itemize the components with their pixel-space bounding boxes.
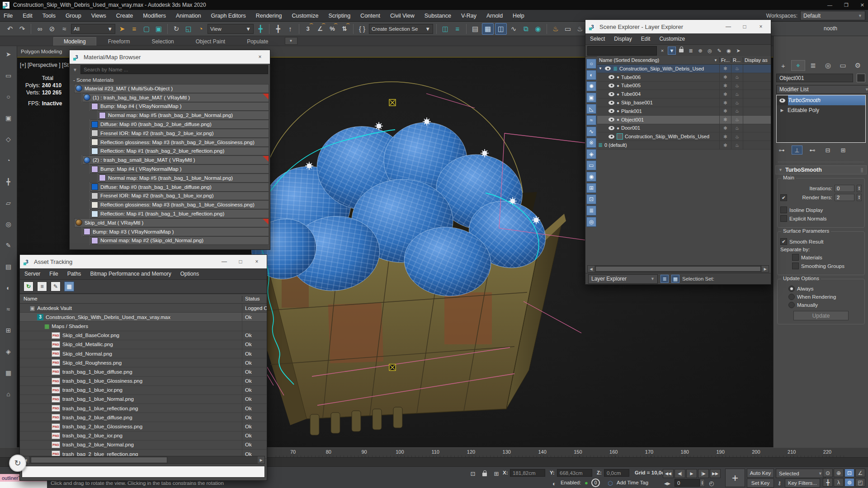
filter-lights-icon[interactable]: ✺ (586, 81, 596, 91)
visibility-eye-icon[interactable] (609, 109, 614, 113)
asset-tracking-title-bar[interactable]: 3 Asset Tracking — □ × (20, 255, 267, 268)
select-and-manipulate-icon[interactable]: ◔ (195, 23, 206, 34)
expand-icon[interactable]: ▶ (777, 108, 788, 113)
y-coordinate-field[interactable]: 668,43cm (557, 469, 592, 477)
rollout-header[interactable]: ▼ TurboSmooth ⣿ (775, 165, 867, 174)
freeze-toggle-icon[interactable]: ✻ (719, 124, 731, 132)
material-row[interactable]: Reflection glossiness: Map #3 (trash_bag… (71, 200, 270, 209)
arc-tool-icon[interactable]: ◔ (3, 155, 14, 166)
select-arrow-icon[interactable]: ➤ (3, 49, 14, 60)
asset-menu-paths[interactable]: Paths (67, 271, 81, 277)
modifier-list-dropdown[interactable]: Modifier List▼ (776, 85, 868, 94)
render-setup-icon[interactable]: ♨ (550, 23, 561, 34)
ribbon-tab-object-paint[interactable]: Object Paint (186, 38, 235, 46)
selection-lock-icon[interactable] (480, 470, 489, 479)
current-frame-field[interactable]: 0 (675, 479, 700, 487)
x-coordinate-field[interactable]: 181,82cm (510, 469, 545, 477)
key-mode-toggle-icon[interactable]: ◀▶ (663, 479, 672, 488)
display-as-column-header[interactable]: Display as (743, 57, 771, 63)
named-selection-sets-dropdown[interactable]: Create Selection Se▼ (369, 24, 433, 34)
visibility-eye-icon[interactable] (609, 117, 614, 122)
render-toggle-icon[interactable]: ♨ (731, 73, 743, 81)
material-search-input[interactable] (80, 65, 268, 74)
menu-graph-editors[interactable]: Graph Editors (211, 13, 246, 19)
asset-row[interactable]: PNGtrash_bag_1_blue_diffuse.pngOk (20, 367, 267, 376)
menu-help[interactable]: Help (513, 13, 524, 19)
pick-object-icon[interactable]: ➤ (734, 47, 742, 55)
render-toggle-icon[interactable]: ♨ (731, 116, 743, 124)
asset-row[interactable]: ▣Autodesk VaultLogged Out (20, 304, 267, 313)
freeze-toggle-icon[interactable]: ✻ (719, 99, 731, 107)
render-toggle-icon[interactable]: ♨ (731, 65, 743, 73)
modifier-visibility-icon[interactable] (779, 99, 785, 103)
clear-search-icon[interactable]: × (658, 47, 666, 55)
scene-row[interactable]: ●Object001✻♨ (597, 116, 771, 124)
ribbon-tab-modeling[interactable]: Modeling (53, 37, 96, 46)
draw-tool-icon[interactable]: ✎ (3, 240, 14, 251)
maximize-icon[interactable]: □ (234, 258, 247, 265)
percent-snap-icon[interactable]: % (327, 23, 338, 34)
spinner-snap-icon[interactable]: ⇅ (339, 23, 350, 34)
filter-selection-icon[interactable]: ◎ (586, 217, 596, 227)
filter-xrefs-icon[interactable]: ⊞ (586, 183, 596, 193)
filter-shapes-icon[interactable]: ◐ (586, 70, 596, 80)
asset-row[interactable]: PNGtrash_bag_2_blue_diffuse.pngOk (20, 413, 267, 422)
asset-row[interactable]: PNGtrash_bag_2_blue_Normal.pngOk (20, 441, 267, 450)
menu-animation[interactable]: Animation (176, 13, 201, 19)
curve-editor-icon[interactable]: ∿ (508, 23, 519, 34)
bind-to-spacewarp-icon[interactable]: ≈ (59, 23, 70, 34)
selection-filter-dropdown[interactable]: All▼ (71, 24, 115, 34)
add-time-tag-label[interactable]: Add Time Tag (617, 480, 648, 485)
minimize-button[interactable]: — (827, 2, 832, 8)
render-toggle-icon[interactable]: ♨ (731, 99, 743, 107)
asset-menu-server[interactable]: Server (24, 271, 40, 277)
scene-menu-display[interactable]: Display (614, 36, 632, 42)
render-iters-spinner[interactable]: ▲▼ (857, 194, 862, 201)
cross-tool-icon[interactable]: ╋ (3, 176, 14, 187)
edit-paths-icon[interactable]: ✎ (51, 282, 61, 291)
diamond-tool-icon[interactable]: ◇ (3, 134, 14, 145)
create-layer-icon[interactable]: ≣ (687, 47, 695, 55)
material-row[interactable]: Bump: Map #3 ( VRayNormalMap ) (71, 227, 270, 236)
when-rendering-radio[interactable] (788, 294, 795, 300)
go-to-end-button[interactable]: ▶▶ (710, 469, 721, 478)
name-column-header[interactable]: Name (20, 296, 242, 301)
asset-row[interactable]: PNGtrash_bag_1_blue_Glossiness.pngOk (20, 377, 267, 386)
toggle-ribbon-icon[interactable]: ◫ (495, 23, 507, 35)
remove-modifier-icon[interactable]: ⊟ (822, 145, 833, 155)
polygon-modeling-panel-label[interactable]: Polygon Modeling (21, 49, 62, 54)
link-icon[interactable]: ∞ (34, 23, 45, 34)
explicit-normals-checkbox[interactable] (780, 215, 787, 222)
menu-views[interactable]: Views (91, 13, 106, 19)
object-color-swatch[interactable] (857, 74, 865, 82)
waves-tool-icon[interactable]: ≈ (3, 304, 14, 314)
gem-tool-icon[interactable]: ◈ (3, 346, 14, 357)
asset-row[interactable]: PNGtrash_bag_1_blue_Normal.pngOk (20, 395, 267, 404)
materials-checkbox[interactable] (792, 254, 799, 261)
selection-filter-dropdown[interactable]: Selected▼ (776, 469, 826, 478)
display-as-cell[interactable] (743, 65, 771, 73)
iterations-field[interactable]: 0 (835, 185, 854, 192)
menu-v-ray[interactable]: V-Ray (461, 13, 476, 19)
scene-row[interactable]: ●Skip_base001✻♨ (597, 99, 771, 107)
horizontal-scrollbar[interactable]: ◀ ▶ (587, 265, 769, 272)
half-sphere-tool-icon[interactable]: ◐ (3, 282, 14, 293)
explorer-mode-dropdown[interactable]: Layer Explorer▼ (588, 274, 658, 284)
angle-snap-icon[interactable]: ∠ (315, 23, 326, 34)
menu-rendering[interactable]: Rendering (256, 13, 282, 19)
menu-scripting[interactable]: Scripting (328, 13, 350, 19)
frame-spinner[interactable]: ▲▼ (700, 479, 705, 487)
display-tab-icon[interactable]: ▭ (836, 60, 850, 71)
scroll-left-icon[interactable]: ◀ (588, 266, 594, 272)
scene-materials-group-header[interactable]: - Scene Materials (70, 75, 270, 84)
scene-explorer-title-bar[interactable]: 3 Scene Explorer - Layer Explorer — □ × (585, 20, 771, 33)
render-toggle-icon[interactable]: ♨ (731, 90, 743, 98)
scene-menu-customize[interactable]: Customize (659, 36, 685, 42)
ribbon-tab-populate[interactable]: Populate (237, 38, 278, 46)
edit-named-selection-sets-icon[interactable]: { } (357, 23, 368, 34)
maximize-viewport-icon[interactable]: ◰ (855, 478, 865, 487)
material-row[interactable]: Fresnel IOR: Map #2 (trash_bag_2_blue_io… (71, 129, 270, 138)
close-button[interactable]: ✕ (860, 2, 864, 8)
smart-select-icon[interactable]: ◱ (183, 23, 194, 34)
isolate-selection-icon[interactable]: ⊡ (468, 469, 477, 478)
